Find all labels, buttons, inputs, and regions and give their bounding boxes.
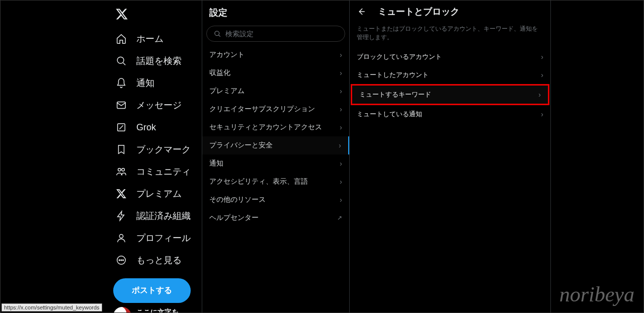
chevron-right-icon: › [340,51,342,59]
svg-point-9 [123,260,124,261]
detail-item-muted-accounts[interactable]: ミュートしたアカウント› [350,66,550,84]
sidebar-item-bookmarks[interactable]: ブックマーク [110,138,202,161]
settings-item-resources[interactable]: その他のリソース› [202,191,349,209]
svg-point-5 [119,234,123,238]
chevron-right-icon: › [340,87,342,95]
sidebar-item-profile[interactable]: プロフィール [110,227,202,249]
detail-column: ミュートとブロック ミュートまたはブロックしているアカウント、キーワード、通知を… [350,1,551,312]
search-input[interactable] [225,30,338,38]
chevron-right-icon: › [340,69,342,77]
detail-description: ミュートまたはブロックしているアカウント、キーワード、通知を管理します。 [350,22,550,48]
chevron-right-icon: › [340,105,342,113]
sidebar-item-label: コミュニティ [136,166,191,178]
sidebar-item-label: もっと見る [136,254,182,266]
detail-item-muted-keywords[interactable]: ミュートするキーワード› [352,86,548,104]
chevron-right-icon: › [340,160,342,168]
svg-point-8 [121,260,122,261]
sidebar-item-label: 認証済み組織 [136,210,191,222]
settings-item-account[interactable]: アカウント› [202,46,349,64]
sidebar-item-premium[interactable]: プレミアム [110,183,202,205]
settings-item-creator-subs[interactable]: クリエイターサブスクリプション› [202,100,349,118]
x-icon [115,188,127,200]
settings-item-security[interactable]: セキュリティとアカウントアクセス› [202,118,349,136]
chevron-right-icon: › [541,110,543,118]
external-link-icon: ↗ [337,214,342,221]
highlight-box: ミュートするキーワード› [351,84,549,105]
settings-item-accessibility[interactable]: アクセシビリティ、表示、言語› [202,173,349,191]
svg-rect-1 [117,102,126,109]
sidebar-item-verified-orgs[interactable]: 認証済み組織 [110,205,202,227]
bookmark-icon [115,143,127,155]
detail-item-muted-notifications[interactable]: ミュートしている通知› [350,105,550,123]
settings-item-privacy[interactable]: プライバシーと安全› [202,136,349,154]
settings-item-help[interactable]: ヘルプセンター↗ [202,209,349,227]
sidebar-item-label: Grok [136,122,156,133]
sidebar-item-grok[interactable]: Grok [110,116,202,138]
detail-title: ミュートとブロック [378,6,459,18]
sidebar-item-label: ブックマーク [136,143,191,155]
post-button[interactable]: ポストする [113,278,191,303]
detail-item-blocked-accounts[interactable]: ブロックしているアカウント› [350,48,550,66]
sidebar-item-label: プレミアム [136,188,182,200]
grok-icon [115,121,127,133]
sidebar-item-label: プロフィール [136,232,191,244]
account-name: ここに文字を入力しま [136,308,187,313]
avatar [113,307,131,313]
account-switcher[interactable]: ここに文字を入力しま @Test225500 … [110,303,202,313]
search-icon [115,55,127,67]
sidebar-item-label: 話題を検索 [136,55,182,67]
home-icon [115,33,127,45]
svg-point-7 [119,260,120,261]
sidebar-item-notifications[interactable]: 通知 [110,72,202,94]
sidebar-item-label: メッセージ [136,99,182,111]
more-icon [115,254,127,266]
settings-title: 設定 [202,1,349,24]
settings-item-monetization[interactable]: 収益化› [202,64,349,82]
svg-point-3 [118,169,121,172]
chevron-right-icon: › [538,91,541,99]
settings-item-premium[interactable]: プレミアム› [202,82,349,100]
chevron-right-icon: › [340,196,342,204]
back-button[interactable] [357,7,366,16]
bell-icon [115,77,127,89]
profile-icon [115,232,127,244]
lightning-icon [115,210,127,222]
sidebar-item-label: ホーム [136,33,164,45]
sidebar-item-messages[interactable]: メッセージ [110,94,202,116]
svg-point-4 [122,169,125,172]
communities-icon [115,166,127,178]
sidebar-item-label: 通知 [136,77,154,89]
chevron-right-icon: › [340,123,342,131]
chevron-right-icon: › [339,141,341,149]
x-logo[interactable] [110,5,202,26]
settings-search[interactable] [206,26,345,42]
chevron-right-icon: › [340,178,342,186]
search-icon [214,30,221,38]
settings-item-notifications[interactable]: 通知› [202,154,349,173]
mail-icon [115,99,127,111]
sidebar-item-communities[interactable]: コミュニティ [110,161,202,183]
settings-column: 設定 アカウント› 収益化› プレミアム› クリエイターサブスクリプション› セ… [202,1,350,312]
sidebar-item-explore[interactable]: 話題を検索 [110,50,202,72]
svg-point-0 [117,57,124,63]
sidebar-item-more[interactable]: もっと見る [110,249,202,271]
status-bar-url: https://x.com/settings/muted_keywords [2,303,102,311]
primary-sidebar: ホーム 話題を検索 通知 メッセージ Grok ブックマーク コミュニティ プ [1,1,202,312]
sidebar-item-home[interactable]: ホーム [110,28,202,50]
chevron-right-icon: › [541,71,543,79]
chevron-right-icon: › [541,53,543,61]
